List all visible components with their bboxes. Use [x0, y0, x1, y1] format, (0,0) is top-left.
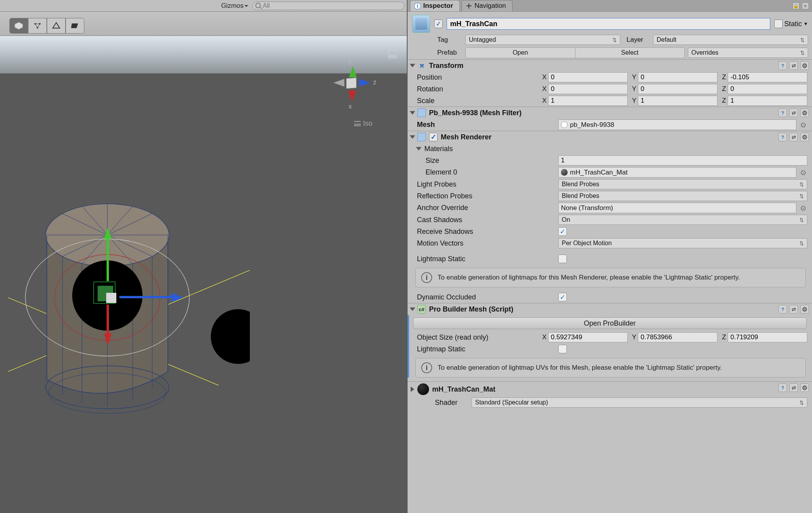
mesh-filter-icon	[417, 109, 426, 117]
projection-toggle[interactable]: Iso	[354, 119, 372, 128]
cast-shadows-dropdown[interactable]: On	[558, 215, 807, 225]
gear-icon[interactable]	[800, 61, 809, 70]
info-text: To enable generation of lightmaps for th…	[438, 274, 740, 281]
scene-model	[8, 169, 250, 419]
dynamic-occluded-label: Dynamic Occluded	[417, 293, 556, 301]
motion-vectors-dropdown[interactable]: Per Object Motion	[558, 238, 807, 248]
inspector-panel: i Inspector Navigation 🔒 ≡ ✓ Static ▼ Ta…	[408, 0, 812, 513]
rotation-label: Rotation	[417, 85, 537, 93]
rotation-x-input[interactable]	[548, 84, 628, 94]
axis-y-icon[interactable]	[349, 66, 357, 77]
layer-dropdown[interactable]: Default	[653, 35, 808, 45]
tool-face-icon[interactable]	[66, 18, 84, 34]
probuilder-header[interactable]: c# Pro Builder Mesh (Script)	[408, 303, 812, 315]
component-title: mH_TrashCan_Mat	[432, 385, 495, 394]
position-x-input[interactable]	[548, 72, 628, 82]
scale-y-input[interactable]	[638, 96, 718, 106]
foldout-icon[interactable]	[410, 135, 415, 139]
svg-rect-39	[119, 296, 172, 298]
help-icon[interactable]	[778, 383, 787, 392]
help-icon[interactable]	[778, 133, 787, 141]
rotation-z-input[interactable]	[728, 84, 807, 94]
position-y-input[interactable]	[638, 72, 718, 82]
receive-shadows-label: Receive Shadows	[417, 228, 556, 236]
navigation-icon	[466, 3, 472, 9]
tab-inspector[interactable]: i Inspector	[410, 0, 460, 11]
lock-icon[interactable]	[388, 49, 397, 59]
anchor-override-field[interactable]: None (Transform)	[558, 203, 796, 213]
foldout-icon[interactable]	[410, 111, 415, 115]
scene-search-input[interactable]	[252, 2, 404, 10]
active-checkbox[interactable]: ✓	[434, 20, 443, 28]
foldout-icon[interactable]	[416, 147, 422, 151]
dynamic-occluded-checkbox[interactable]: ✓	[558, 293, 567, 301]
gizmos-dropdown[interactable]: Gizmos	[217, 2, 250, 10]
help-icon[interactable]	[778, 305, 787, 314]
reflection-probes-dropdown[interactable]: Blend Probes	[558, 191, 807, 201]
motion-vectors-label: Motion Vectors	[417, 239, 556, 248]
tab-navigation[interactable]: Navigation	[461, 0, 513, 11]
rotation-y-input[interactable]	[638, 84, 718, 94]
light-probes-dropdown[interactable]: Blend Probes	[558, 179, 807, 189]
tool-wireframe-icon[interactable]	[28, 18, 47, 34]
gear-icon[interactable]	[800, 383, 809, 392]
panel-menu-icon[interactable]: ≡	[802, 2, 809, 9]
prefab-open-button[interactable]: Open	[465, 47, 575, 58]
mesh-renderer-enable-checkbox[interactable]: ✓	[429, 133, 438, 141]
orientation-gizmo[interactable]: y z x	[330, 61, 373, 116]
object-picker-icon[interactable]	[799, 167, 807, 178]
object-picker-icon[interactable]	[799, 119, 807, 130]
gameobject-name-input[interactable]	[447, 18, 770, 30]
object-picker-icon[interactable]	[799, 203, 807, 213]
gear-icon[interactable]	[800, 109, 809, 117]
scale-x-input[interactable]	[548, 96, 628, 106]
preset-icon[interactable]	[789, 109, 798, 117]
material-header[interactable]: mH_TrashCan_Mat	[408, 382, 812, 397]
axis-x-icon[interactable]	[348, 91, 356, 102]
transform-header[interactable]: ⤧ Transform	[408, 60, 812, 71]
preset-icon[interactable]	[789, 383, 798, 392]
open-probuilder-button[interactable]: Open ProBuilder	[413, 317, 807, 329]
tool-edge-icon[interactable]	[47, 18, 66, 34]
receive-shadows-checkbox[interactable]: ✓	[558, 227, 567, 236]
projection-icon	[354, 121, 361, 126]
lightmap-static-checkbox[interactable]	[558, 255, 567, 263]
shader-dropdown[interactable]: Standard (Specular setup)	[472, 397, 807, 408]
preset-icon[interactable]	[789, 61, 798, 70]
gameobject-cube-icon[interactable]	[412, 15, 430, 33]
static-label: Static	[784, 20, 802, 28]
mesh-object-field[interactable]: pb_Mesh-9938	[558, 119, 796, 130]
static-checkbox[interactable]	[774, 20, 783, 28]
foldout-icon[interactable]	[410, 308, 415, 311]
foldout-icon[interactable]	[411, 387, 414, 392]
tool-shaded-icon[interactable]	[9, 18, 28, 34]
foldout-icon[interactable]	[410, 64, 415, 68]
preset-icon[interactable]	[789, 133, 798, 141]
gear-icon[interactable]	[800, 305, 809, 314]
mesh-filter-header[interactable]: Pb_Mesh-9938 (Mesh Filter)	[408, 107, 812, 119]
panel-lock-icon[interactable]: 🔒	[792, 2, 800, 9]
info-icon: i	[421, 272, 432, 283]
scale-z-input[interactable]	[728, 96, 807, 106]
help-icon[interactable]	[778, 61, 787, 70]
tag-dropdown[interactable]: Untagged	[465, 35, 620, 45]
static-dropdown-icon[interactable]: ▼	[803, 21, 808, 27]
prefab-select-button[interactable]: Select	[575, 47, 685, 58]
axis-neg-icon[interactable]	[333, 79, 344, 87]
axis-z-icon[interactable]	[359, 79, 370, 87]
position-z-input[interactable]	[728, 72, 807, 82]
materials-size-input[interactable]	[558, 155, 807, 166]
pb-lightmap-info-box: i To enable generation of lightmap UVs f…	[415, 358, 806, 378]
object-size-z	[728, 332, 807, 342]
size-label: Size	[426, 157, 556, 165]
preset-icon[interactable]	[789, 305, 798, 314]
shader-label: Shader	[435, 399, 469, 407]
element0-object-field[interactable]: mH_TrashCan_Mat	[558, 167, 796, 178]
scene-viewport[interactable]: y z x Iso	[0, 36, 407, 513]
axis-cube-icon[interactable]	[346, 78, 356, 89]
pb-lightmap-static-checkbox[interactable]	[558, 345, 567, 353]
prefab-overrides-dropdown[interactable]: Overrides	[688, 48, 808, 58]
gear-icon[interactable]	[800, 133, 809, 141]
help-icon[interactable]	[778, 109, 787, 117]
mesh-renderer-header[interactable]: ✓ Mesh Renderer	[408, 131, 812, 143]
